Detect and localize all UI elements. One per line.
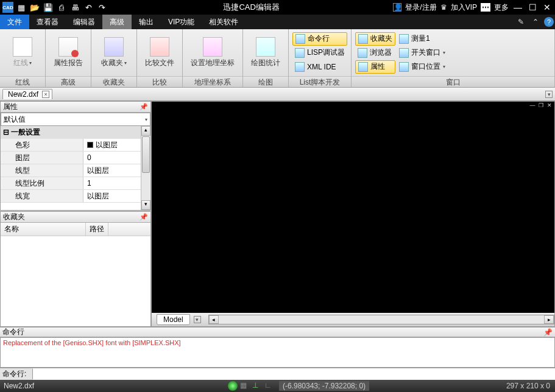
command-input[interactable]: [33, 368, 555, 380]
pin-icon[interactable]: 📌: [543, 328, 553, 337]
saveall-icon[interactable]: ⎙: [56, 2, 67, 13]
browser-button[interactable]: 浏览器: [355, 46, 395, 60]
layout-menu-icon[interactable]: ▾: [194, 316, 201, 323]
window-pos-button[interactable]: 窗口位置▾: [397, 60, 448, 74]
lisp-debugger-button[interactable]: LISP调试器: [292, 46, 347, 60]
prop-row-linetype[interactable]: 线型以图层: [1, 164, 141, 177]
new-icon[interactable]: ▦: [16, 2, 27, 13]
undo-icon[interactable]: ↶: [83, 2, 94, 13]
canvas-max-icon[interactable]: ❐: [537, 102, 545, 108]
menu-advanced[interactable]: 高级: [102, 15, 132, 29]
canvas-bottom-bar: Model ▾ ◂▸: [152, 313, 554, 326]
properties-table: ⊟ 一般设置 色彩以图层 图层0 线型以图层 线型比例1 线宽以图层: [1, 126, 141, 210]
collapse-icon[interactable]: ⌃: [529, 16, 542, 28]
toggle-window-button[interactable]: 开关窗口▾: [397, 46, 448, 60]
menu-file[interactable]: 文件: [0, 15, 29, 29]
group-draw-label: 绘图: [243, 76, 288, 87]
status-coords: (-6.980343; -7.932208; 0): [279, 381, 369, 391]
group-geo-label: 地理坐标系: [183, 76, 242, 87]
prop-row-color[interactable]: 色彩以图层: [1, 139, 141, 152]
menu-output[interactable]: 输出: [132, 15, 161, 29]
avatar-icon[interactable]: 👤: [393, 3, 401, 12]
maximize-icon[interactable]: ☐: [527, 2, 538, 13]
canvas-min-icon[interactable]: —: [529, 102, 536, 108]
menu-viewer[interactable]: 查看器: [29, 15, 66, 29]
command-panel: 命令行📌 Replacement of the [Geniso.SHX] fon…: [0, 327, 555, 380]
xml-ide-button[interactable]: XML IDE: [292, 60, 347, 74]
scroll-right-icon: ▸: [544, 315, 554, 324]
redline-button[interactable]: 红线▾: [4, 36, 41, 69]
drawing-canvas[interactable]: [152, 109, 554, 313]
status-snap-icon[interactable]: ⊥: [252, 381, 262, 391]
status-grid-icon[interactable]: ▦: [240, 381, 250, 391]
command-output[interactable]: Replacement of the [Geniso.SHX] font wit…: [0, 337, 555, 368]
compare-button[interactable]: 比较文件: [141, 36, 179, 69]
measure1-button[interactable]: 测量1: [397, 32, 448, 46]
save-icon[interactable]: 💾: [43, 2, 54, 13]
more-link[interactable]: 更多: [494, 2, 509, 13]
open-icon[interactable]: 📂: [29, 2, 40, 13]
section-general[interactable]: ⊟ 一般设置: [1, 126, 141, 139]
status-dims: 297 x 210 x 0: [501, 382, 555, 390]
properties-panel: 属性📌 默认值▾ ⊟ 一般设置 色彩以图层 图层0 线型以图层 线型比例1 线宽…: [0, 101, 151, 211]
geo-coords-button[interactable]: 设置地理坐标: [186, 36, 239, 69]
prop-row-ltscale[interactable]: 线型比例1: [1, 177, 141, 190]
favorites-panel: 收藏夹📌 名称 路径: [0, 211, 151, 327]
vip-link[interactable]: 加入VIP: [451, 2, 477, 13]
chevron-down-icon: ▾: [145, 117, 147, 122]
menu-editor[interactable]: 编辑器: [66, 15, 102, 29]
more-icon[interactable]: ⋯: [481, 3, 490, 12]
props-scrollbar[interactable]: ▴▾: [141, 126, 150, 210]
menu-bar: 文件 查看器 编辑器 高级 输出 VIP功能 相关软件 ✎ ⌃ ?: [0, 15, 555, 29]
canvas-close-icon[interactable]: ✕: [546, 102, 553, 108]
favorites-panel-title: 收藏夹: [3, 212, 25, 222]
fav-col-path[interactable]: 路径: [86, 223, 108, 236]
model-tab[interactable]: Model: [157, 314, 190, 325]
group-favorites-label: 收藏夹: [91, 76, 136, 87]
menu-vip[interactable]: VIP功能: [161, 15, 202, 29]
fav-panel-button[interactable]: 收藏夹: [355, 32, 395, 46]
cmdline-button[interactable]: 命令行: [292, 32, 347, 46]
draw-stats-button[interactable]: 绘图统计: [247, 36, 285, 69]
close-icon[interactable]: ✕: [542, 2, 553, 13]
group-lisp-label: List脚本开发: [289, 76, 351, 87]
tabstrip-menu-icon[interactable]: ▾: [545, 91, 553, 98]
group-redline-label: 红线: [0, 76, 45, 87]
command-prompt-label: 命令行:: [0, 369, 33, 379]
minimize-icon[interactable]: —: [512, 2, 523, 13]
status-file: New2.dxf: [0, 382, 225, 390]
canvas-window-controls: — ❐ ✕: [152, 102, 554, 109]
horizontal-scrollbar[interactable]: ◂▸: [208, 315, 554, 324]
prop-row-lineweight[interactable]: 线宽以图层: [1, 190, 141, 203]
group-advanced-label: 高级: [46, 76, 91, 87]
favorites-button[interactable]: 收藏夹▾: [95, 36, 133, 69]
pin-icon[interactable]: 📌: [140, 213, 148, 221]
default-combo[interactable]: 默认值▾: [1, 113, 150, 126]
menu-related[interactable]: 相关软件: [202, 15, 246, 29]
left-dock: 属性📌 默认值▾ ⊟ 一般设置 色彩以图层 图层0 线型以图层 线型比例1 线宽…: [0, 101, 151, 327]
document-tab-strip: New2.dxf × ▾: [0, 88, 555, 101]
command-line: 命令行:: [0, 368, 555, 380]
print-icon[interactable]: 🖶: [69, 2, 80, 13]
redo-icon[interactable]: ↷: [96, 2, 107, 13]
document-tab-label: New2.dxf: [8, 90, 38, 99]
properties-button[interactable]: 属性: [355, 60, 395, 74]
pin-icon[interactable]: 📌: [140, 103, 148, 111]
help-icon[interactable]: ?: [544, 17, 554, 27]
tab-close-icon[interactable]: ×: [42, 91, 49, 98]
properties-panel-title: 属性: [3, 102, 18, 112]
scroll-left-icon: ◂: [209, 315, 219, 324]
title-bar: CAD ▦ 📂 💾 ⎙ 🖶 ↶ ↷ 迅捷CAD编辑器 👤 登录/注册 ♛ 加入V…: [0, 0, 555, 15]
prop-row-layer[interactable]: 图层0: [1, 152, 141, 164]
pencil-icon[interactable]: ✎: [515, 16, 527, 28]
login-link[interactable]: 登录/注册: [405, 2, 436, 13]
status-bar: New2.dxf ▦ ⊥ ∟ (-6.980343; -7.932208; 0)…: [0, 380, 555, 392]
favorites-table[interactable]: 名称 路径: [1, 223, 150, 326]
status-globe-icon[interactable]: [228, 381, 238, 391]
quick-access-toolbar: CAD ▦ 📂 💾 ⎙ 🖶 ↶ ↷: [0, 2, 110, 13]
property-report-button[interactable]: 属性报告: [49, 36, 87, 69]
fav-col-name[interactable]: 名称: [1, 223, 86, 236]
document-tab[interactable]: New2.dxf ×: [2, 89, 52, 99]
status-ortho-icon[interactable]: ∟: [264, 381, 274, 391]
app-icon[interactable]: CAD: [2, 2, 13, 13]
